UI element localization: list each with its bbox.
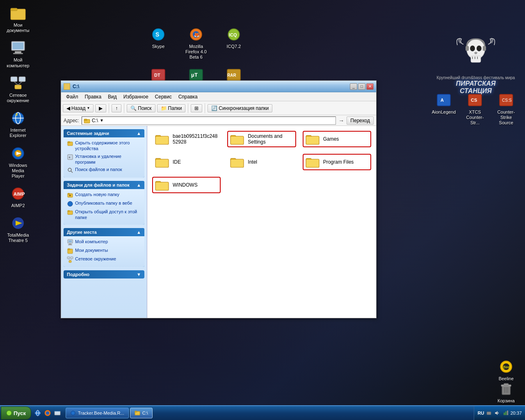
panel-link-install-programs[interactable]: + Установка и удаление программ [67,153,141,165]
desktop-icon-aion[interactable]: A AionLegend [429,90,459,128]
svg-rect-5 [13,53,23,54]
forward-button[interactable]: ▶ [95,104,106,112]
panel-link-new-folder[interactable]: + Создать новую папку [67,192,141,199]
system-clock[interactable]: 20:37 [510,410,522,416]
taskbar-items: Tracker.Bee-Media.R... C:\ [64,408,474,418]
tray-lang[interactable]: RU [477,410,484,416]
file-item-ide[interactable]: IDE [152,154,221,170]
my-computer-icon [10,40,26,56]
file-item-bae1b[interactable]: bae1b095211f3c24852928 [152,131,221,147]
title-bar-folder-icon [64,83,70,90]
svg-point-65 [68,168,71,171]
desktop-icon-network[interactable]: Сетевое окружение [3,73,33,105]
toolbar: ◀ Назад ▼ ▶ ↑ 🔍 Поиск 📁 Папки ⊞ [61,101,376,115]
other-places-header[interactable]: Другие места ▲ [64,228,144,236]
taskbar-firefox-icon[interactable] [43,409,52,417]
back-button[interactable]: ◀ Назад ▼ [63,104,94,112]
desktop-icon-my-computer[interactable]: Мой компьютер [3,38,33,70]
desktop-icon-icq[interactable]: ICQ ICQ7.2 [219,25,249,62]
toolbar-separator-2 [124,103,124,113]
taskbar-item-tracker[interactable]: Tracker.Bee-Media.R... [66,408,129,418]
start-button[interactable]: Пуск [1,406,31,420]
folder-icon-intel [230,155,244,169]
firefox-icon: 🦊 [188,26,204,43]
desktop-icon-csource[interactable]: CS:S Counter-Strike Source [491,90,521,128]
panel-link-network-panel[interactable]: Сетевое окружение [67,256,141,263]
view-icon: ⊞ [194,105,199,111]
svg-point-105 [7,411,11,415]
search-button[interactable]: 🔍 Поиск [127,104,155,112]
sync-button[interactable]: 🔄 Синхронизация папки [208,104,272,112]
file-area: bae1b095211f3c24852928 Documents and Set… [147,126,376,318]
desktop-icon-skype[interactable]: S Skype [144,25,173,62]
svg-rect-79 [67,257,70,259]
panel-link-search-files[interactable]: Поиск файлов и папок [67,167,141,173]
panel-link-publish-web[interactable]: Опубликовать папку в вебе [67,200,141,207]
back-dropdown-icon[interactable]: ▼ [87,106,90,110]
panel-link-share[interactable]: Открыть общий доступ к этой папке [67,209,141,221]
menu-favorites[interactable]: Избранное [120,93,152,100]
close-button[interactable]: ✕ [366,83,374,90]
desktop-icon-totalmedia[interactable]: TotalMedia Theatre 5 [3,213,33,245]
wmp-icon [10,145,26,162]
system-tasks-header[interactable]: Системные задачи ▲ [64,129,144,137]
tray-icon-network[interactable] [502,410,509,416]
go-button[interactable]: Переход [347,116,374,125]
svg-rect-6 [11,77,17,82]
restore-button[interactable]: □ [358,83,365,90]
up-button[interactable]: ↑ [112,104,121,112]
taskbar-item-explorer[interactable]: C:\ [130,408,153,418]
svg-text:ICQ: ICQ [229,32,237,37]
view-button[interactable]: ⊞ [191,104,202,112]
desktop-icon-aimp2[interactable]: AIMP AIMP2 [3,184,33,210]
folders-button[interactable]: 📁 Папки [157,104,186,112]
details-header[interactable]: Подробно ▼ [64,270,144,278]
taskbar-ie-icon[interactable] [34,409,42,417]
taskbar-show-desktop-icon[interactable] [53,409,62,417]
minimize-button[interactable]: _ [350,83,357,90]
file-name-program-files: Program Files [323,159,354,165]
svg-text:+: + [69,194,71,198]
install-icon: + [67,154,73,160]
menu-view[interactable]: Вид [105,93,120,100]
panel-link-my-computer[interactable]: Мой компьютер [67,239,141,246]
menu-edit[interactable]: Правка [82,93,105,100]
title-bar: C:\ _ □ ✕ [61,81,376,92]
details-collapse-icon: ▼ [137,272,141,277]
panel-link-hide-device[interactable]: Скрыть содержимое этого устройства [67,140,141,152]
address-label: Адрес: [64,118,79,123]
desktop-icon-trash[interactable]: Корзина [491,379,521,405]
svg-rect-1 [11,8,17,11]
desktop-icon-xtcs[interactable]: CS XTCS Counter-Str... [460,90,490,128]
desktop-icon-ie[interactable]: e Internet Explorer [3,108,33,140]
svg-rect-115 [135,411,137,412]
brand-skull-icon [453,29,498,74]
file-item-windows[interactable]: WINDOWS [152,177,221,193]
menu-file[interactable]: Файл [63,93,82,100]
file-item-games[interactable]: Games [303,131,371,147]
file-item-intel[interactable]: Intel [227,154,296,170]
skype-icon: S [150,26,167,43]
toolbar-separator-4 [205,103,205,113]
aimp2-label: AIMP2 [11,203,25,208]
tray-icon-volume[interactable] [494,410,500,416]
menu-tools[interactable]: Сервис [152,93,175,100]
address-input[interactable]: C:\ ▼ [82,116,336,125]
address-dropdown-icon[interactable]: ▼ [100,118,104,123]
file-item-program-files[interactable]: Program Files [303,154,371,170]
tray-icon-1[interactable] [486,410,492,416]
svg-text:CS: CS [471,98,477,103]
desktop-icon-my-docs[interactable]: Мои документы [3,3,33,35]
file-tasks-header[interactable]: Задачи для файлов и папок ▲ [64,181,144,189]
svg-rect-112 [55,411,60,411]
taskbar: Пуск [0,405,525,420]
svg-rect-92 [306,137,319,144]
panel-link-my-docs[interactable]: Мои документы [67,247,141,254]
menu-help[interactable]: Справка [175,93,201,100]
desktop-icon-firefox[interactable]: 🦊 Mozilla Firefox 4.0 Beta 6 [181,25,211,62]
svg-point-70 [68,201,73,206]
file-tasks-collapse-icon: ▲ [137,183,141,187]
desktop-icon-wmp[interactable]: Windows Media Player [3,144,33,181]
svg-rect-89 [231,137,243,144]
file-item-docs-settings[interactable]: Documents and Settings [227,131,296,147]
